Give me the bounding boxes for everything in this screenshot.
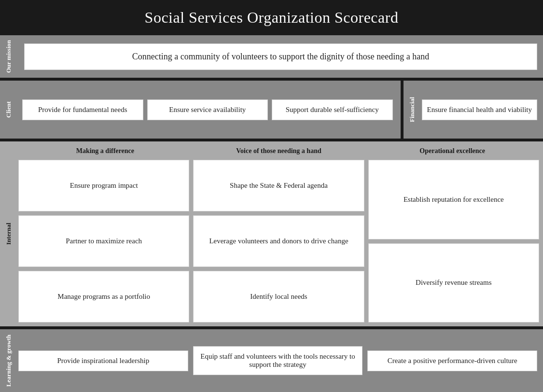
scorecard: Social Services Organization Scorecard O… bbox=[0, 0, 543, 392]
client-box-2: Support durable self-sufficiency bbox=[272, 99, 393, 120]
learning-row: Learning & growth Provide inspirational … bbox=[0, 329, 543, 392]
internal-header-row: Making a difference Voice of those needi… bbox=[18, 145, 539, 160]
learning-label: Learning & growth bbox=[0, 329, 18, 392]
learning-item-0: Provide inspirational leadership bbox=[18, 350, 188, 371]
mission-label: Our mission bbox=[0, 40, 18, 73]
internal-col-header-2: Operational excellence bbox=[365, 145, 539, 157]
internal-col-2: Establish reputation for excellence Dive… bbox=[368, 160, 539, 322]
financial-section: Financial Ensure financial health and vi… bbox=[404, 81, 543, 139]
internal-label: Internal bbox=[0, 141, 18, 326]
client-section: Client Provide for fundamental needs Ens… bbox=[0, 81, 401, 139]
financial-label: Financial bbox=[404, 97, 422, 122]
internal-col-header-0: Making a difference bbox=[18, 145, 192, 157]
internal-item-1-1: Leverage volunteers and donors to drive … bbox=[193, 215, 364, 267]
internal-content: Making a difference Voice of those needi… bbox=[18, 141, 543, 326]
client-box-1: Ensure service availability bbox=[147, 99, 268, 120]
internal-col-1: Shape the State & Federal agenda Leverag… bbox=[193, 160, 364, 322]
mission-box: Connecting a community of volunteers to … bbox=[24, 43, 537, 70]
internal-col-header-1: Voice of those needing a hand bbox=[192, 145, 366, 157]
learning-item-1: Equip staff and volunteers with the tool… bbox=[193, 346, 363, 375]
mission-row: Our mission Connecting a community of vo… bbox=[0, 35, 543, 78]
internal-item-0-0: Ensure program impact bbox=[18, 160, 189, 211]
internal-item-2-1: Diversify revenue streams bbox=[368, 243, 539, 322]
learning-item-2: Create a positive performance-driven cul… bbox=[367, 350, 537, 371]
internal-row: Internal Making a difference Voice of th… bbox=[0, 141, 543, 326]
client-financial-row: Client Provide for fundamental needs Ens… bbox=[0, 81, 543, 139]
page-title: Social Services Organization Scorecard bbox=[0, 0, 543, 35]
internal-item-1-0: Shape the State & Federal agenda bbox=[193, 160, 364, 211]
client-label: Client bbox=[0, 101, 18, 118]
internal-item-2-0: Establish reputation for excellence bbox=[368, 160, 539, 239]
internal-item-0-2: Manage programs as a portfolio bbox=[18, 271, 189, 322]
client-box-0: Provide for fundamental needs bbox=[22, 99, 143, 120]
learning-content: Provide inspirational leadership Equip s… bbox=[18, 329, 543, 392]
internal-body-row: Ensure program impact Partner to maximiz… bbox=[18, 160, 539, 322]
client-boxes: Provide for fundamental needs Ensure ser… bbox=[18, 99, 397, 120]
internal-col-0: Ensure program impact Partner to maximiz… bbox=[18, 160, 189, 322]
title-text: Social Services Organization Scorecard bbox=[145, 9, 399, 26]
internal-item-0-1: Partner to maximize reach bbox=[18, 215, 189, 267]
internal-item-1-2: Identify local needs bbox=[193, 271, 364, 322]
mission-content: Connecting a community of volunteers to … bbox=[18, 43, 543, 70]
financial-box: Ensure financial health and viability bbox=[422, 99, 537, 120]
